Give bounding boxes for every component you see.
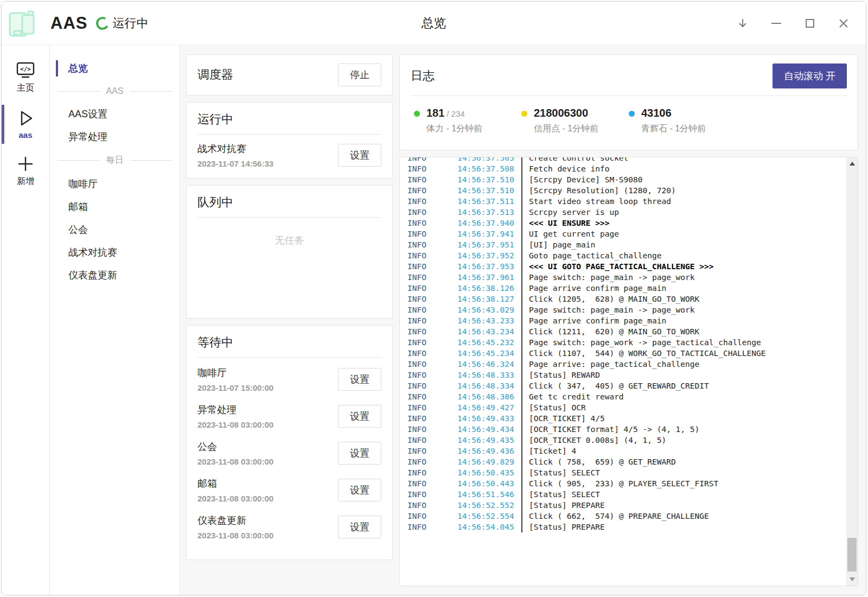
log-level: INFO <box>407 174 457 185</box>
nav-item[interactable]: 公会 <box>50 218 180 241</box>
queued-empty-label: 无任务 <box>187 218 392 247</box>
log-message: [OCR_TICKET] 4/5 <box>521 413 605 424</box>
task-time: 2023-11-07 14:56:33 <box>197 159 273 168</box>
log-line: INFO 14:56:37.511 Start video stream loo… <box>407 196 836 207</box>
waiting-task-row: 公会 2023-11-08 03:00:00 设置 <box>187 435 392 472</box>
log-message: Goto page_tactical_challenge <box>521 250 661 261</box>
log-level: INFO <box>407 467 457 478</box>
nav-group-aas: AAS设置 异常处理 <box>50 103 180 148</box>
app-body: </> 主页 aas 新增 总览 <box>2 45 866 595</box>
waiting-task-row: 邮箱 2023-11-08 03:00:00 设置 <box>187 472 392 509</box>
task-settings-button[interactable]: 设置 <box>338 144 381 167</box>
nav-item-overview[interactable]: 总览 <box>50 57 180 80</box>
log-column: 日志 自动滚动 开 181/ 234 体力 - 1分钟前 <box>399 54 858 586</box>
log-line: INFO 14:56:38.127 Click (1205, 628) @ MA… <box>407 294 836 304</box>
task-settings-button[interactable]: 设置 <box>338 516 381 538</box>
log-line: INFO 14:56:54.045 [Status] PREPARE <box>407 522 836 532</box>
log-timestamp: 14:56:37.953 <box>457 261 521 272</box>
rail-item-label: aas <box>18 130 32 139</box>
nav-group-label: 每日 <box>106 155 124 166</box>
nav-item[interactable]: AAS设置 <box>50 103 180 125</box>
nav-item[interactable]: 仪表盘更新 <box>50 264 180 287</box>
log-timestamp: 14:56:45.234 <box>457 348 521 359</box>
log-scrollbar[interactable] <box>846 157 858 586</box>
nav-item[interactable]: 异常处理 <box>50 125 180 148</box>
log-line: INFO 14:56:48.334 Click ( 347, 405) @ GE… <box>407 380 836 391</box>
scroll-down-icon[interactable] <box>850 577 855 581</box>
log-timestamp: 14:56:52.554 <box>457 511 521 522</box>
scheduler-column: 调度器 停止 运行中 战术对抗赛 2023-11-07 14:56:33 <box>186 54 393 586</box>
log-message: [Status] SELECT <box>521 489 600 500</box>
log-timestamp: 14:56:46.324 <box>457 359 521 370</box>
log-title: 日志 <box>411 68 435 84</box>
waiting-card: 等待中 咖啡厅 2023-11-07 15:00:00 设置 <box>186 325 393 560</box>
window-controls <box>736 16 851 30</box>
running-title: 运行中 <box>197 111 233 128</box>
stat-value: 43106 <box>641 107 672 119</box>
log-message: [Scrcpy Device] SM-S9080 <box>521 174 643 185</box>
scroll-thumb[interactable] <box>847 538 857 571</box>
log-lines: INFO 14:56:37.505 Create control socket … <box>407 157 836 532</box>
log-message: Page switch: page_main -> page_work <box>521 272 695 283</box>
rail-item-aas[interactable]: aas <box>2 106 49 143</box>
waiting-task-row: 仪表盘更新 2023-11-08 03:00:00 设置 <box>187 509 392 545</box>
log-message: Get tc credit reward <box>521 391 624 402</box>
log-level: INFO <box>407 380 457 391</box>
running-status-label: 运行中 <box>112 15 148 31</box>
nav-item[interactable]: 咖啡厅 <box>50 173 180 195</box>
task-settings-button[interactable]: 设置 <box>338 479 381 501</box>
log-message: [OCR_TICKET format] 4/5 -> (4, 1, 5) <box>521 424 699 435</box>
log-header-card: 日志 自动滚动 开 181/ 234 体力 - 1分钟前 <box>399 54 858 150</box>
task-settings-button[interactable]: 设置 <box>338 442 381 465</box>
log-line: INFO 14:56:37.952 Goto page_tactical_cha… <box>407 250 836 261</box>
task-info: 邮箱 2023-11-08 03:00:00 <box>197 477 273 503</box>
task-name: 邮箱 <box>197 477 273 490</box>
autoscroll-toggle-button[interactable]: 自动滚动 开 <box>773 63 847 88</box>
log-level: INFO <box>407 283 457 294</box>
log-message: Click (1107, 544) @ WORK_GO_TO_TACTICAL_… <box>521 348 766 359</box>
log-line: INFO 14:56:37.513 Scrcpy server is up <box>407 207 836 218</box>
log-timestamp: 14:56:49.434 <box>457 424 521 435</box>
waiting-task-list: 咖啡厅 2023-11-07 15:00:00 设置 异常处理 2023-11-… <box>187 358 392 545</box>
minimize-button[interactable] <box>769 16 783 30</box>
nav-item[interactable]: 战术对抗赛 <box>50 241 180 264</box>
nav-item-label: 总览 <box>68 63 88 74</box>
log-level: INFO <box>407 228 457 239</box>
waiting-title: 等待中 <box>197 334 233 351</box>
rail-item-add[interactable]: 新增 <box>2 151 49 190</box>
stat-item: 218006300 信用点 - 1分钟前 <box>521 107 629 135</box>
log-level: INFO <box>407 272 457 283</box>
task-time: 2023-11-07 15:00:00 <box>197 383 273 392</box>
log-message: UI get current page <box>521 228 619 239</box>
close-button[interactable] <box>837 16 851 30</box>
log-line: INFO 14:56:37.510 [Scrcpy Resolution] (1… <box>407 185 836 196</box>
log-level: INFO <box>407 402 457 413</box>
maximize-button[interactable] <box>803 16 817 30</box>
log-timestamp: 14:56:49.435 <box>457 435 521 446</box>
plus-icon <box>16 155 35 173</box>
nav-item-label: 邮箱 <box>68 201 88 212</box>
stop-button[interactable]: 停止 <box>338 63 381 86</box>
nav-item-label: 战术对抗赛 <box>68 247 117 258</box>
resource-stats: 181/ 234 体力 - 1分钟前 218006300 信用点 - 1分钟前 <box>400 96 858 150</box>
log-timestamp: 14:56:52.552 <box>457 500 521 511</box>
scroll-up-icon[interactable] <box>850 162 855 166</box>
stat-dot-icon <box>629 111 635 117</box>
task-name: 咖啡厅 <box>197 366 273 379</box>
log-line: INFO 14:56:49.436 [Ticket] 4 <box>407 446 836 456</box>
download-arrow-button[interactable] <box>736 16 750 30</box>
log-line: INFO 14:56:37.510 [Scrcpy Device] SM-S90… <box>407 174 836 185</box>
rail-item-home[interactable]: </> 主页 <box>2 58 49 97</box>
log-line: INFO 14:56:38.126 Page arrive confirm pa… <box>407 283 836 294</box>
task-settings-button[interactable]: 设置 <box>338 405 381 428</box>
nav-group-divider-aas: AAS <box>58 86 172 96</box>
log-level: INFO <box>407 456 457 467</box>
log-message: Page switch: page_work -> page_tactical_… <box>521 337 761 348</box>
nav-item[interactable]: 邮箱 <box>50 195 180 218</box>
log-message: Click ( 758, 659) @ GET_REWARD <box>521 456 676 467</box>
log-level: INFO <box>407 359 457 370</box>
log-message: Page arrive: page_tactical_challenge <box>521 359 699 370</box>
log-line: INFO 14:56:49.427 [Status] OCR <box>407 402 836 413</box>
log-level: INFO <box>407 489 457 500</box>
task-settings-button[interactable]: 设置 <box>338 368 381 391</box>
